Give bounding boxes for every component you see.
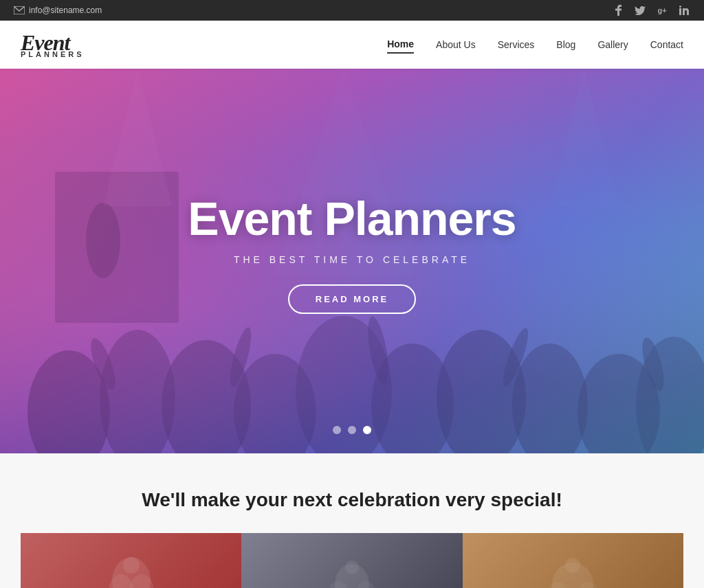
card-2-inner (241, 533, 462, 588)
linkedin-icon[interactable] (678, 4, 690, 16)
nav-blog[interactable]: Blog (556, 36, 575, 53)
nav-gallery[interactable]: Gallery (597, 36, 628, 53)
hero-subtitle: THE BEST TIME TO CELEBRATE (234, 254, 470, 265)
svg-marker-22 (550, 69, 619, 206)
facebook-icon[interactable] (612, 4, 624, 16)
logo[interactable]: Event PLANNERS (21, 32, 85, 58)
card-2[interactable] (241, 533, 462, 588)
top-bar-email-wrap: info@sitename.com (14, 5, 102, 15)
svg-point-32 (565, 558, 580, 573)
hero-content: Event Planners THE BEST TIME TO CELEBRAT… (188, 195, 516, 314)
card-3[interactable] (463, 533, 683, 588)
email-icon (14, 6, 25, 14)
hero-cta-button[interactable]: READ MORE (288, 284, 416, 314)
svg-marker-20 (103, 69, 172, 206)
card-row (21, 533, 683, 588)
logo-planners-text: PLANNERS (21, 51, 85, 58)
dot-3[interactable] (363, 426, 371, 434)
nav-home[interactable]: Home (387, 36, 414, 54)
googleplus-icon[interactable]: g+ (656, 4, 668, 16)
svg-point-19 (86, 203, 120, 278)
social-icons-group: g+ (612, 4, 690, 16)
dot-2[interactable] (348, 426, 356, 434)
content-section: We'll make your next celebration very sp… (0, 453, 704, 588)
email-text: info@sitename.com (29, 5, 102, 15)
nav-contact[interactable]: Contact (650, 36, 683, 53)
header: Event PLANNERS Home About Us Services Bl… (0, 21, 704, 69)
twitter-icon[interactable] (634, 4, 646, 16)
hero-section: Event Planners THE BEST TIME TO CELEBRAT… (0, 69, 704, 453)
main-nav: Home About Us Services Blog Gallery Cont… (387, 36, 683, 54)
card-3-inner (463, 533, 683, 588)
top-bar: info@sitename.com g+ (0, 0, 704, 21)
dot-1[interactable] (333, 426, 341, 434)
svg-rect-1 (679, 8, 681, 15)
svg-point-28 (345, 561, 359, 574)
nav-services[interactable]: Services (498, 36, 535, 53)
svg-point-10 (512, 343, 588, 453)
nav-about[interactable]: About Us (436, 36, 476, 53)
card-1[interactable] (21, 533, 241, 588)
card-1-inner (21, 533, 241, 588)
content-tagline: We'll make your next celebration very sp… (21, 488, 683, 512)
svg-point-26 (123, 557, 140, 574)
hero-title: Event Planners (188, 195, 516, 242)
svg-point-2 (679, 5, 681, 8)
hero-dots (333, 426, 371, 434)
